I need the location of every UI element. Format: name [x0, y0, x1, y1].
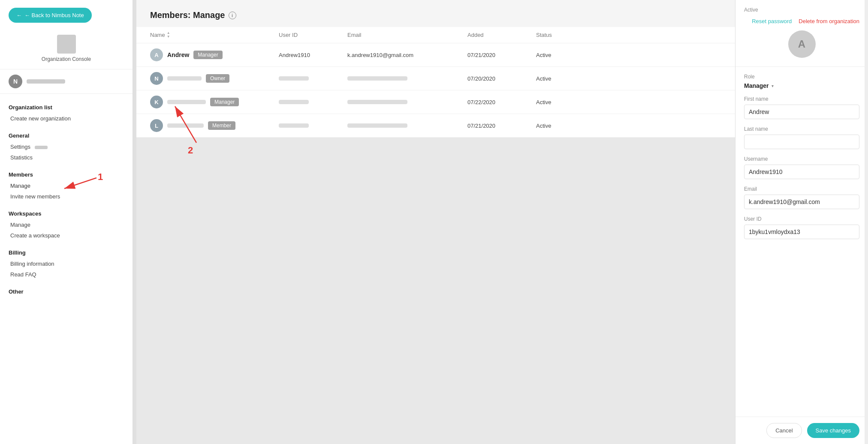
panel-top: Active Reset password Delete from organi… [735, 0, 868, 67]
col-header-status: Status [536, 31, 588, 39]
role-dropdown-icon[interactable]: ▾ [772, 84, 774, 88]
last-name-label: Last name [744, 126, 859, 132]
role-badge: Member [208, 121, 235, 130]
nav-section-other: Other [0, 282, 133, 300]
user-row: N [0, 69, 133, 94]
added-cell: 07/22/2020 [467, 99, 536, 105]
delete-from-org-link[interactable]: Delete from organization [799, 18, 859, 24]
panel-scroll-track[interactable] [865, 0, 868, 444]
nav-section-workspaces: Workspaces Manage Create a workspace [0, 204, 133, 243]
members-table-container: Name ▲ ▼ User ID Email Added Status A [136, 27, 735, 444]
nav-section-members: Members Manage Invite new members [0, 165, 133, 204]
user-avatar: N [9, 75, 22, 88]
role-label: Role [744, 74, 859, 80]
field-email: Email [744, 186, 859, 209]
table-row[interactable]: K Manager 07/22/2020 Active [136, 90, 735, 114]
added-cell: 07/20/2020 [467, 75, 536, 82]
name-bar [167, 100, 206, 104]
member-avatar: A [150, 48, 163, 61]
field-first-name: First name [744, 96, 859, 119]
nav-section-title-billing: Billing [9, 249, 124, 256]
col-header-added: Added [467, 31, 536, 39]
last-name-input[interactable] [744, 135, 859, 149]
nav-section-title-members: Members [9, 171, 124, 178]
email-cell [347, 123, 467, 128]
table-header: Name ▲ ▼ User ID Email Added Status [136, 27, 735, 43]
reset-password-link[interactable]: Reset password [752, 18, 792, 24]
first-name-input[interactable] [744, 105, 859, 119]
email-cell: k.andrew1910@gmail.com [347, 52, 467, 58]
sidebar-item-statistics[interactable]: Statistics [9, 152, 124, 163]
org-console-section: Organization Console [0, 30, 133, 69]
members-header: Members: Manage i [136, 0, 735, 27]
field-last-name: Last name [744, 126, 859, 149]
role-badge: Owner [206, 74, 229, 83]
sidebar-item-workspaces-manage[interactable]: Manage [9, 219, 124, 230]
table-row[interactable]: N Owner 07/20/2020 Active [136, 67, 735, 90]
user-id-cell [279, 100, 347, 104]
member-avatar: N [150, 72, 163, 85]
field-role: Role Manager ▾ [744, 74, 859, 89]
back-to-nimbus-button[interactable]: ← ← Back to Nimbus Note [9, 8, 92, 23]
nav-section-billing: Billing Billing information Read FAQ [0, 243, 133, 282]
nav-section-title-other: Other [9, 288, 124, 295]
col-header-userid: User ID [279, 31, 347, 39]
user-id-cell [279, 76, 347, 81]
panel-footer: Cancel Save changes [735, 417, 868, 444]
member-avatar: L [150, 119, 163, 132]
save-changes-button[interactable]: Save changes [807, 423, 859, 438]
member-name-cell: A Andrew Manager [150, 48, 279, 61]
sidebar-item-billing-info[interactable]: Billing information [9, 258, 124, 269]
role-value: Manager [744, 82, 769, 89]
arrow-left-icon: ← [16, 12, 22, 18]
nav-section-org-list: Organization list Create new organizatio… [0, 98, 133, 126]
member-name: Andrew [167, 51, 189, 58]
role-value-row: Manager ▾ [744, 82, 859, 89]
members-table: Name ▲ ▼ User ID Email Added Status A [136, 27, 735, 138]
col-header-name: Name ▲ ▼ [150, 31, 279, 39]
sidebar-item-create-workspace[interactable]: Create a workspace [9, 230, 124, 241]
email-cell [347, 76, 467, 81]
svg-text:2: 2 [188, 145, 193, 156]
sidebar-item-create-org[interactable]: Create new organization [9, 113, 124, 124]
sort-arrows-name[interactable]: ▲ ▼ [167, 31, 170, 39]
added-cell: 07/21/2020 [467, 52, 536, 58]
status-cell: Active [536, 52, 588, 58]
username-label: Username [744, 156, 859, 162]
email-label: Email [744, 186, 859, 192]
page-title: Members: Manage i [150, 10, 721, 20]
username-input[interactable] [744, 165, 859, 179]
nav-section-title-org: Organization list [9, 104, 124, 111]
user-id-label: User ID [744, 216, 859, 222]
sidebar-item-read-faq[interactable]: Read FAQ [9, 269, 124, 280]
name-bar [167, 123, 204, 128]
member-name-cell: K Manager [150, 96, 279, 108]
added-cell: 07/21/2020 [467, 123, 536, 129]
role-badge: Manager [193, 51, 222, 59]
status-cell: Active [536, 123, 588, 129]
email-input[interactable] [744, 195, 859, 209]
right-panel: Active Reset password Delete from organi… [735, 0, 868, 444]
sidebar-item-settings[interactable]: Settings [9, 141, 124, 152]
table-row[interactable]: A Andrew Manager Andrew1910 k.andrew1910… [136, 43, 735, 67]
org-avatar [57, 35, 76, 54]
nav-section-title-general: General [9, 132, 124, 139]
panel-actions: Reset password Delete from organization [744, 18, 859, 24]
status-cell: Active [536, 99, 588, 105]
sidebar-scroll-track[interactable] [133, 0, 136, 444]
name-bar [167, 76, 202, 81]
status-cell: Active [536, 75, 588, 82]
table-row[interactable]: L Member 07/21/2020 Active [136, 114, 735, 138]
sidebar-item-invite-members[interactable]: Invite new members [9, 191, 124, 202]
user-id-cell: Andrew1910 [279, 52, 347, 58]
cancel-button[interactable]: Cancel [766, 423, 802, 438]
field-user-id: User ID [744, 216, 859, 239]
sidebar-item-members-manage[interactable]: Manage [9, 180, 124, 191]
info-icon[interactable]: i [229, 12, 236, 19]
member-name-cell: N Owner [150, 72, 279, 85]
org-console-label: Organization Console [42, 56, 91, 62]
user-id-input[interactable] [744, 225, 859, 239]
col-header-email: Email [347, 31, 467, 39]
first-name-label: First name [744, 96, 859, 102]
field-username: Username [744, 156, 859, 179]
